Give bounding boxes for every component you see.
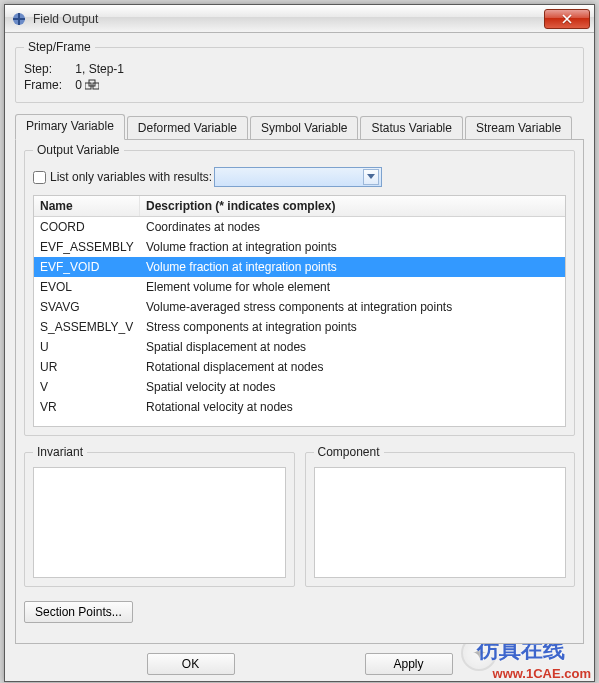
close-icon	[562, 14, 572, 24]
cell-name: U	[34, 339, 140, 355]
output-variable-heading: Output Variable	[33, 143, 124, 157]
tab-status-variable[interactable]: Status Variable	[360, 116, 463, 140]
table-row[interactable]: VRRotational velocity at nodes	[34, 397, 565, 417]
table-row[interactable]: VSpatial velocity at nodes	[34, 377, 565, 397]
invariant-heading: Invariant	[33, 445, 87, 459]
step-value: 1, Step-1	[75, 62, 124, 76]
app-icon	[11, 11, 27, 27]
cell-description: Rotational velocity at nodes	[140, 399, 565, 415]
frame-selector-icon[interactable]	[85, 79, 99, 91]
tab-stream-variable[interactable]: Stream Variable	[465, 116, 572, 140]
variable-table[interactable]: Name Description (* indicates complex) C…	[33, 195, 566, 427]
results-dropdown[interactable]	[214, 167, 382, 187]
invariant-group: Invariant	[24, 452, 295, 587]
output-variable-group: Output Variable List only variables with…	[24, 150, 575, 436]
section-points-button[interactable]: Section Points...	[24, 601, 133, 623]
window-title: Field Output	[33, 12, 544, 26]
cell-description: Volume fraction at integration points	[140, 259, 565, 275]
cell-name: SVAVG	[34, 299, 140, 315]
step-label: Step:	[24, 62, 72, 76]
step-row: Step: 1, Step-1	[24, 62, 575, 76]
table-header: Name Description (* indicates complex)	[34, 196, 565, 217]
ok-button[interactable]: OK	[147, 653, 235, 675]
cell-name: EVF_ASSEMBLY	[34, 239, 140, 255]
title-bar[interactable]: Field Output	[5, 5, 594, 33]
cell-name: S_ASSEMBLY_V	[34, 319, 140, 335]
invariant-component-row: Invariant Component	[24, 446, 575, 593]
dialog-body: Step/Frame Step: 1, Step-1 Frame: 0 Prim…	[5, 33, 594, 652]
table-row[interactable]: S_ASSEMBLY_VStress components at integra…	[34, 317, 565, 337]
table-row[interactable]: EVF_ASSEMBLYVolume fraction at integrati…	[34, 237, 565, 257]
component-group: Component	[305, 452, 576, 587]
close-button[interactable]	[544, 9, 590, 29]
cell-description: Volume fraction at integration points	[140, 239, 565, 255]
step-frame-group: Step/Frame Step: 1, Step-1 Frame: 0	[15, 47, 584, 103]
list-only-row: List only variables with results:	[33, 167, 566, 187]
component-heading: Component	[314, 445, 384, 459]
cell-description: Spatial displacement at nodes	[140, 339, 565, 355]
cell-description: Volume-averaged stress components at int…	[140, 299, 565, 315]
table-row[interactable]: URRotational displacement at nodes	[34, 357, 565, 377]
cell-name: EVOL	[34, 279, 140, 295]
table-row[interactable]: EVF_VOIDVolume fraction at integration p…	[34, 257, 565, 277]
dialog-button-row: OK Apply	[5, 653, 594, 675]
table-row[interactable]: USpatial displacement at nodes	[34, 337, 565, 357]
cell-name: VR	[34, 399, 140, 415]
cell-name: EVF_VOID	[34, 259, 140, 275]
cell-description: Rotational displacement at nodes	[140, 359, 565, 375]
frame-value: 0	[75, 78, 82, 92]
frame-label: Frame:	[24, 78, 72, 92]
apply-button[interactable]: Apply	[365, 653, 453, 675]
cell-name: UR	[34, 359, 140, 375]
cell-description: Element volume for whole element	[140, 279, 565, 295]
tab-panel-primary: Output Variable List only variables with…	[15, 139, 584, 644]
step-frame-heading: Step/Frame	[24, 40, 95, 54]
component-list[interactable]	[314, 467, 567, 578]
col-name[interactable]: Name	[34, 196, 140, 216]
tab-deformed-variable[interactable]: Deformed Variable	[127, 116, 248, 140]
table-row[interactable]: EVOLElement volume for whole element	[34, 277, 565, 297]
col-description[interactable]: Description (* indicates complex)	[140, 196, 565, 216]
tab-symbol-variable[interactable]: Symbol Variable	[250, 116, 358, 140]
table-row[interactable]: COORDCoordinates at nodes	[34, 217, 565, 237]
list-only-checkbox[interactable]	[33, 171, 46, 184]
cell-description: Coordinates at nodes	[140, 219, 565, 235]
list-only-label: List only variables with results:	[50, 170, 212, 184]
dialog-window: Field Output Step/Frame Step: 1, Step-1 …	[4, 4, 595, 682]
invariant-list[interactable]	[33, 467, 286, 578]
tab-primary-variable[interactable]: Primary Variable	[15, 114, 125, 140]
cell-description: Spatial velocity at nodes	[140, 379, 565, 395]
cell-name: COORD	[34, 219, 140, 235]
table-row[interactable]: SVAVGVolume-averaged stress components a…	[34, 297, 565, 317]
chevron-down-icon	[363, 169, 379, 185]
cell-description: Stress components at integration points	[140, 319, 565, 335]
frame-row: Frame: 0	[24, 78, 575, 92]
tab-bar: Primary VariableDeformed VariableSymbol …	[15, 113, 584, 139]
cell-name: V	[34, 379, 140, 395]
